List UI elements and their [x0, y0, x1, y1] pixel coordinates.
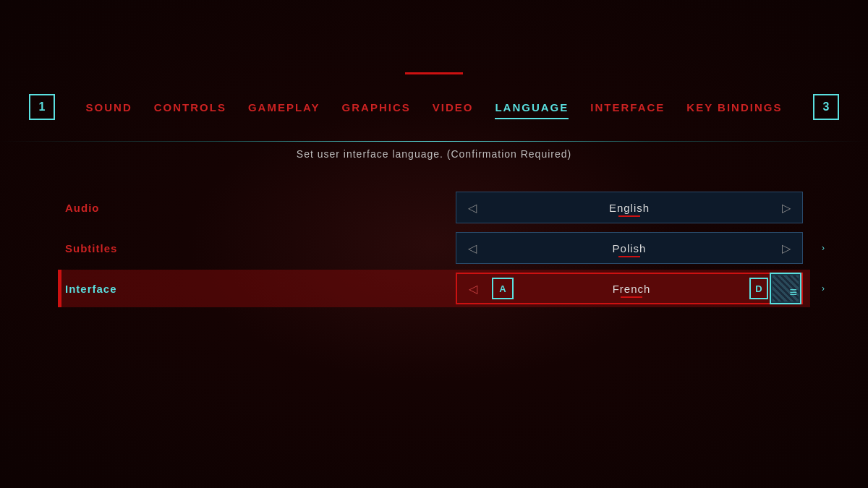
tab-interface[interactable]: INTERFACE [590, 98, 665, 116]
tab-controls[interactable]: CONTROLS [154, 98, 226, 116]
interface-icon-inner [773, 275, 799, 301]
tab-graphics[interactable]: GRAPHICS [342, 98, 411, 116]
setting-row-audio: Audio ◁ English ▷ [58, 189, 810, 226]
highlight-bar [58, 270, 61, 307]
tab-keybindings[interactable]: KEY BINDINGS [686, 98, 782, 116]
subtitles-value: Polish [488, 242, 770, 254]
interface-value: French [514, 283, 749, 295]
setting-row-subtitles: Subtitles ◁ Polish ▷ › [58, 229, 810, 267]
nav-underline [0, 141, 868, 142]
subtitles-label: Subtitles [65, 242, 210, 254]
tab-video[interactable]: VIDEO [433, 98, 474, 116]
nav-bar: 1 SOUND CONTROLS GAMEPLAY GRAPHICS VIDEO… [0, 94, 868, 120]
audio-prev-button[interactable]: ◁ [456, 192, 488, 223]
interface-d-button[interactable]: D [749, 278, 768, 299]
interface-right-controls: D [749, 273, 801, 304]
setting-row-interface: Interface ◁ A French D › [58, 270, 810, 307]
audio-next-button[interactable]: ▷ [770, 192, 802, 223]
settings-list: Audio ◁ English ▷ Subtitles ◁ Polish ▷ ›… [58, 189, 810, 307]
interface-indicator: › [822, 283, 825, 294]
subtitles-next-button[interactable]: ▷ [770, 233, 802, 263]
interface-a-button[interactable]: A [492, 278, 514, 299]
subtitles-prev-button[interactable]: ◁ [456, 233, 488, 263]
audio-value: English [488, 202, 770, 214]
nav-next-button[interactable]: 3 [813, 94, 839, 120]
tab-gameplay[interactable]: GAMEPLAY [248, 98, 320, 116]
content-area: Set user interface language. (Confirmati… [0, 148, 868, 488]
nav-tabs: SOUND CONTROLS GAMEPLAY GRAPHICS VIDEO L… [55, 98, 813, 116]
nav-prev-button[interactable]: 1 [29, 94, 55, 120]
subtitles-indicator: › [822, 243, 825, 253]
interface-icon-button[interactable] [770, 273, 801, 304]
tab-language[interactable]: LANGUAGE [495, 98, 569, 116]
page-description: Set user interface language. (Confirmati… [58, 148, 810, 160]
interface-label: Interface [65, 283, 210, 295]
audio-label: Audio [65, 202, 210, 214]
audio-control[interactable]: ◁ English ▷ [456, 192, 803, 223]
tab-sound[interactable]: SOUND [86, 98, 132, 116]
interface-prev-arrow[interactable]: ◁ [457, 274, 489, 303]
interface-control[interactable]: ◁ A French D [456, 273, 803, 304]
top-decorative-line [405, 72, 463, 74]
subtitles-control[interactable]: ◁ Polish ▷ [456, 232, 803, 264]
